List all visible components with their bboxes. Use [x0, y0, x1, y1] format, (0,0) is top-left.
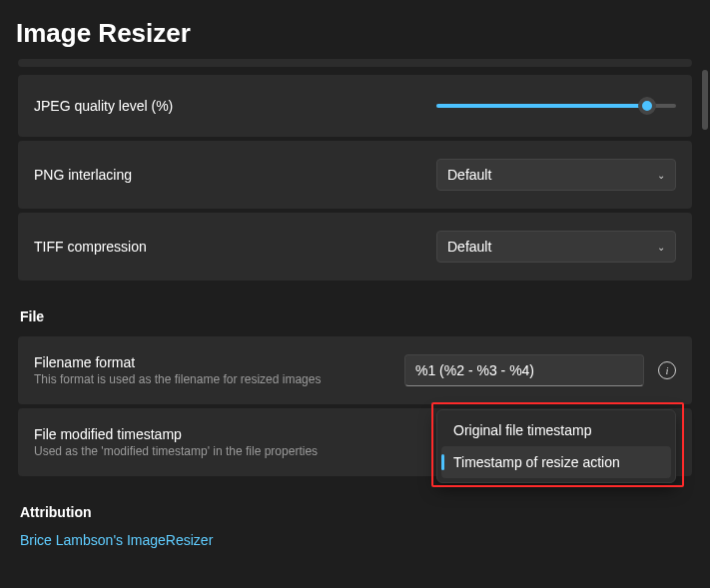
tiff-compression-dropdown[interactable]: Default ⌄: [436, 231, 676, 263]
filename-format-value: %1 (%2 - %3 - %4): [415, 362, 534, 378]
tiff-compression-value: Default: [447, 239, 491, 255]
chevron-down-icon: ⌄: [657, 170, 665, 181]
jpeg-quality-label: JPEG quality level (%): [34, 98, 436, 114]
filename-format-label: Filename format: [34, 354, 404, 370]
partial-row-top: [18, 59, 692, 67]
timestamp-dropdown-menu: Original file timestamp Timestamp of res…: [436, 409, 676, 483]
png-interlacing-value: Default: [447, 167, 491, 183]
tiff-compression-row: TIFF compression Default ⌄: [18, 213, 692, 281]
png-interlacing-dropdown[interactable]: Default ⌄: [436, 159, 676, 191]
vertical-scrollbar[interactable]: [702, 70, 708, 130]
png-interlacing-label: PNG interlacing: [34, 167, 436, 183]
filename-format-desc: This format is used as the filename for …: [34, 372, 404, 386]
info-icon[interactable]: i: [658, 361, 676, 379]
filename-format-row: Filename format This format is used as t…: [18, 336, 692, 404]
slider-thumb[interactable]: [638, 97, 656, 115]
dropdown-option-resize-action[interactable]: Timestamp of resize action: [441, 446, 671, 478]
attribution-link[interactable]: Brice Lambson's ImageResizer: [20, 532, 692, 548]
png-interlacing-row: PNG interlacing Default ⌄: [18, 141, 692, 209]
jpeg-quality-row: JPEG quality level (%): [18, 75, 692, 137]
chevron-down-icon: ⌄: [657, 242, 665, 253]
tiff-compression-label: TIFF compression: [34, 239, 436, 255]
attribution-header: Attribution: [20, 504, 692, 520]
jpeg-quality-slider[interactable]: [436, 104, 676, 108]
dropdown-option-original[interactable]: Original file timestamp: [441, 414, 671, 446]
page-title: Image Resizer: [0, 0, 710, 59]
filename-format-input[interactable]: %1 (%2 - %3 - %4): [404, 354, 644, 386]
file-section-header: File: [20, 308, 692, 324]
